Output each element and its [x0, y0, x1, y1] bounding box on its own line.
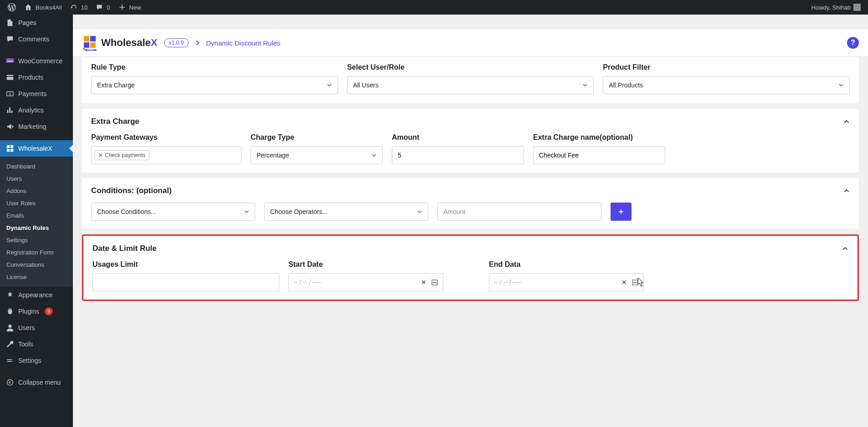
plugins-icon	[5, 307, 15, 316]
svg-text:$: $	[9, 92, 11, 96]
menu-analytics[interactable]: Analytics	[0, 102, 73, 118]
plugins-badge: 9	[45, 307, 53, 315]
amount-input[interactable]	[392, 146, 524, 164]
clear-icon[interactable]: ✕	[421, 279, 426, 286]
rule-type-select[interactable]: Extra Charge	[91, 76, 338, 94]
collapse-toggle[interactable]	[843, 188, 850, 194]
admin-sidebar: Pages Comments wooWooCommerce Products $…	[0, 15, 73, 427]
menu-collapse[interactable]: Collapse menu	[0, 374, 73, 391]
calendar-icon[interactable]	[431, 279, 438, 286]
collapse-toggle[interactable]	[843, 118, 850, 125]
submenu-emails[interactable]: Emails	[0, 209, 73, 222]
conditions-select[interactable]: Choose Conditions...	[91, 203, 255, 221]
svg-rect-11	[90, 36, 96, 41]
gateway-tag[interactable]: ✕Check payments	[94, 150, 149, 160]
admin-bar-right: Howdy, Shihab	[808, 0, 864, 15]
chevron-down-icon	[838, 82, 844, 88]
chevron-down-icon	[244, 209, 249, 214]
condition-amount-input[interactable]	[437, 203, 601, 221]
submenu-user-roles[interactable]: User Roles	[0, 197, 73, 209]
svg-rect-6	[7, 149, 10, 152]
products-icon	[5, 73, 15, 82]
wp-logo[interactable]	[4, 0, 20, 15]
chevron-down-icon	[327, 82, 332, 88]
breadcrumb-page[interactable]: Dynamic Discount Rules	[206, 39, 280, 47]
menu-tools[interactable]: Tools	[0, 336, 73, 352]
product-filter-select[interactable]: All Products	[603, 76, 850, 94]
avatar	[853, 4, 861, 11]
start-date-input[interactable]: -- / -- / ---- ✕	[288, 273, 443, 291]
menu-settings[interactable]: Settings	[0, 352, 73, 369]
content-area: WholesaleX v1.0.9 Dynamic Discount Rules…	[73, 29, 868, 427]
svg-text:woo: woo	[7, 60, 13, 62]
users-icon	[5, 323, 15, 332]
menu-marketing[interactable]: Marketing	[0, 118, 73, 135]
add-condition-button[interactable]: +	[611, 203, 632, 221]
site-name: Books4All	[36, 4, 62, 11]
end-date-label: End Data	[489, 260, 680, 269]
user-role-select[interactable]: All Users	[347, 76, 594, 94]
amount-label: Amount	[392, 133, 524, 142]
clear-icon[interactable]: ✕	[621, 279, 627, 286]
submenu-settings[interactable]: Settings	[0, 234, 73, 246]
svg-rect-22	[635, 282, 636, 283]
plus-icon: +	[619, 207, 624, 217]
svg-point-9	[7, 380, 13, 386]
appearance-icon	[5, 290, 15, 300]
menu-products[interactable]: Products	[0, 69, 73, 86]
svg-rect-19	[436, 282, 437, 283]
menu-plugins[interactable]: Plugins9	[0, 303, 73, 320]
menu-woocommerce[interactable]: wooWooCommerce	[0, 53, 73, 69]
submenu-dashboard[interactable]: Dashboard	[0, 160, 73, 173]
rule-basics-panel: Rule Type Extra Charge Select User/Role …	[82, 57, 859, 103]
end-date-input[interactable]: -- / -- / ---- ✕	[489, 273, 644, 291]
site-name-link[interactable]: Books4All	[20, 0, 66, 15]
chevron-down-icon	[371, 152, 377, 158]
svg-rect-4	[7, 145, 10, 148]
usages-limit-input[interactable]	[92, 273, 279, 291]
charge-type-select[interactable]: Percentage	[251, 146, 383, 164]
chevron-down-icon	[417, 209, 422, 214]
help-icon: ?	[851, 39, 855, 47]
update-icon	[69, 3, 78, 12]
menu-appearance[interactable]: Appearance	[0, 287, 73, 303]
submenu-addons[interactable]: Addons	[0, 185, 73, 197]
new-link[interactable]: New	[114, 0, 145, 15]
analytics-icon	[5, 106, 15, 115]
admin-bar-left: Books4All 10 0 New	[4, 0, 145, 15]
comments-icon	[5, 35, 15, 44]
svg-rect-18	[434, 282, 435, 283]
menu-payments[interactable]: $Payments	[0, 86, 73, 102]
submenu-registration-form[interactable]: Registration Form	[0, 246, 73, 259]
account-link[interactable]: Howdy, Shihab	[808, 0, 864, 15]
operators-select[interactable]: Choose Operators...	[264, 203, 428, 221]
menu-comments[interactable]: Comments	[0, 31, 73, 47]
help-button[interactable]: ?	[847, 37, 859, 49]
conditions-panel: Conditions: (optional) Choose Conditions…	[82, 178, 859, 229]
howdy-text: Howdy, Shihab	[812, 4, 851, 11]
menu-users[interactable]: Users	[0, 320, 73, 336]
submenu-users[interactable]: Users	[0, 173, 73, 185]
menu-wholesalex[interactable]: WholesaleX	[0, 140, 73, 157]
work-area: Rule Type Extra Charge Select User/Role …	[73, 57, 868, 422]
submenu-license[interactable]: License	[0, 271, 73, 283]
submenu-conversations[interactable]: Conversations	[0, 259, 73, 271]
extra-charge-panel: Extra Charge Payment Gateways ✕Check pay…	[82, 109, 859, 173]
charge-name-input[interactable]	[533, 146, 665, 164]
svg-point-8	[8, 325, 11, 328]
comments-link[interactable]: 0	[91, 0, 113, 15]
svg-point-15	[94, 49, 96, 51]
collapse-toggle[interactable]	[842, 245, 848, 252]
submenu-dynamic-rules[interactable]: Dynamic Rules	[0, 222, 73, 234]
menu-pages[interactable]: Pages	[0, 15, 73, 31]
date-limit-panel: Date & Limit Rule Usages Limit Start Dat…	[82, 234, 859, 301]
wholesalex-submenu: Dashboard Users Addons User Roles Emails…	[0, 157, 73, 287]
chevron-right-icon	[195, 40, 200, 46]
updates-link[interactable]: 10	[66, 0, 91, 15]
wholesalex-icon	[5, 144, 15, 153]
calendar-icon[interactable]	[632, 279, 639, 286]
gateways-input[interactable]: ✕Check payments	[91, 146, 241, 164]
close-icon: ✕	[98, 152, 103, 158]
logo-mark-icon	[82, 35, 98, 51]
app-header: WholesaleX v1.0.9 Dynamic Discount Rules…	[73, 29, 868, 57]
